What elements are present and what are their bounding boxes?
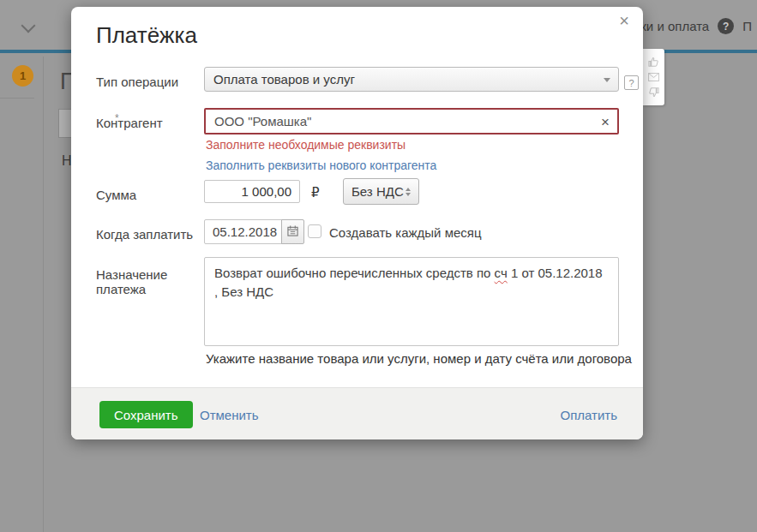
vat-value: Без НДС xyxy=(351,184,404,199)
date-input[interactable]: 05.12.2018 xyxy=(204,219,282,244)
feedback-widget xyxy=(643,49,664,105)
payment-dialog: × Платёжка Тип операции Оплата товаров и… xyxy=(71,7,643,439)
chevron-down-icon[interactable] xyxy=(22,19,36,33)
purpose-line2: , Без НДС xyxy=(214,283,609,302)
pay-date-label: Когда заплатить xyxy=(96,227,201,242)
counterparty-value: ООО "Ромашка" xyxy=(214,114,311,129)
purpose-line1: Возврат ошибочно перечисленных средств п… xyxy=(214,264,609,283)
calendar-icon xyxy=(287,224,298,240)
help-icon[interactable]: ? xyxy=(624,75,639,90)
operation-type-label: Тип операции xyxy=(96,75,201,89)
purpose-hint: Укажите название товара или услуги, номе… xyxy=(206,351,632,366)
calendar-button[interactable] xyxy=(281,219,304,244)
counterparty-error: Заполните необходимые реквизиты xyxy=(206,138,406,152)
cancel-link[interactable]: Отменить xyxy=(200,408,259,422)
notification-badge[interactable]: 1 xyxy=(12,65,33,87)
thumbs-down-icon[interactable] xyxy=(648,87,659,98)
vat-select[interactable]: Без НДС xyxy=(343,178,419,205)
save-button[interactable]: Сохранить xyxy=(99,401,193,428)
topbar-help-fragment[interactable]: П xyxy=(742,19,752,33)
thumbs-up-icon[interactable] xyxy=(648,57,659,68)
purpose-label: Назначение платежа xyxy=(96,267,201,296)
help-circle-icon[interactable]: ? xyxy=(718,18,734,34)
misspelled-word: сч xyxy=(495,266,508,280)
counterparty-input[interactable]: ООО "Ромашка" × xyxy=(204,108,619,134)
dialog-footer: Сохранить Отменить Оплатить xyxy=(71,387,643,439)
topbar-nav-fragment[interactable]: ки и оплата xyxy=(640,19,709,33)
operation-type-value: Оплата товаров и услуг xyxy=(213,72,355,87)
chevron-down-icon xyxy=(604,78,610,82)
dialog-title: Платёжка xyxy=(96,22,197,49)
operation-type-select[interactable]: Оплата товаров и услуг xyxy=(204,67,619,92)
counterparty-label: * Контрагент xyxy=(96,116,201,130)
purpose-textarea[interactable]: Возврат ошибочно перечисленных средств п… xyxy=(204,257,619,346)
close-icon[interactable]: × xyxy=(614,10,634,31)
spinner-icon xyxy=(406,188,411,196)
background-label-fragment: Н xyxy=(62,153,72,169)
amount-input[interactable]: 1 000,00 xyxy=(204,180,300,203)
required-mark: * xyxy=(115,112,119,124)
monthly-checkbox-label[interactable]: Создавать каждый месяц xyxy=(329,225,482,240)
pay-link[interactable]: Оплатить xyxy=(561,408,618,422)
sidebar-divider xyxy=(43,57,44,532)
clear-icon[interactable]: × xyxy=(601,114,610,131)
fill-requisites-link[interactable]: Заполнить реквизиты нового контрагента xyxy=(206,158,436,172)
amount-label: Сумма xyxy=(96,188,201,202)
envelope-icon[interactable] xyxy=(648,73,659,81)
monthly-checkbox[interactable] xyxy=(308,224,321,238)
sidebar-separator xyxy=(0,98,34,99)
background-control-fragment xyxy=(58,109,72,138)
currency-symbol: ₽ xyxy=(311,185,320,200)
